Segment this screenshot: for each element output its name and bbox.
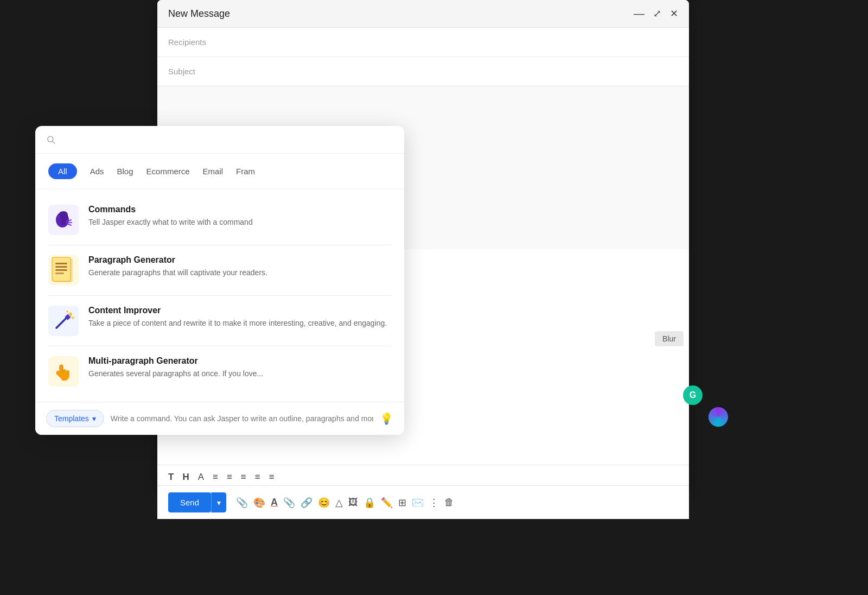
paragraph-generator-info: Paragraph Generator Generate paragraphs … <box>88 255 267 278</box>
send-button-group[interactable]: Send ▾ <box>168 492 226 512</box>
delete-icon[interactable]: 🗑 <box>444 497 454 508</box>
svg-rect-14 <box>55 273 64 274</box>
multi-paragraph-icon <box>48 356 79 387</box>
content-improver-desc: Take a piece of content and rewrite it t… <box>88 318 387 329</box>
multi-paragraph-desc: Generates several paragraphs at once. If… <box>88 368 263 379</box>
templates-categories: All Ads Blog Ecommerce Email Fram <box>35 154 404 189</box>
command-input[interactable] <box>111 414 373 423</box>
close-icon[interactable]: ✕ <box>670 8 678 20</box>
commands-icon <box>48 205 79 235</box>
blur-button[interactable]: Blur <box>655 331 684 346</box>
toolbar-list-icon[interactable]: ≡ <box>269 472 275 483</box>
content-improver-title: Content Improver <box>88 306 387 315</box>
jasper-circle-icon[interactable] <box>709 407 728 427</box>
expand-icon[interactable]: ⤢ <box>653 8 661 20</box>
category-blog[interactable]: Blog <box>117 167 133 176</box>
svg-rect-11 <box>55 263 67 264</box>
layout-icon[interactable]: ⊞ <box>398 497 406 509</box>
paragraph-generator-title: Paragraph Generator <box>88 255 267 265</box>
templates-popup: All Ads Blog Ecommerce Email Fram <box>35 126 404 435</box>
toolbar-align-center-icon[interactable]: ≡ <box>227 472 232 483</box>
category-ads[interactable]: Ads <box>90 167 104 176</box>
templates-button[interactable]: Templates ▾ <box>46 410 104 427</box>
content-improver-info: Content Improver Take a piece of content… <box>88 306 387 329</box>
multi-paragraph-info: Multi-paragraph Generator Generates seve… <box>88 356 263 379</box>
image-icon[interactable]: 🖼 <box>348 497 358 508</box>
toolbar-justify-icon[interactable]: ≡ <box>255 472 260 483</box>
subject-field[interactable]: Subject <box>157 57 689 86</box>
emoji-icon[interactable]: 😊 <box>318 497 330 509</box>
link-icon[interactable]: 🔗 <box>301 497 312 509</box>
toolbar-heading-icon[interactable]: H <box>182 472 189 483</box>
toolbar-align-right-icon[interactable]: ≡ <box>241 472 246 483</box>
attachment2-icon[interactable]: 📎 <box>283 497 295 509</box>
svg-line-8 <box>68 224 71 225</box>
pen-icon[interactable]: ✏️ <box>381 497 393 509</box>
grammarly-icon[interactable]: G <box>683 385 703 405</box>
jasper-command-bar: Templates ▾ 💡 <box>35 402 404 435</box>
font-color-icon[interactable]: A <box>271 497 278 508</box>
lightbulb-icon[interactable]: 💡 <box>380 412 393 425</box>
recipients-field[interactable]: Recipients <box>157 28 689 57</box>
send-dropdown-button[interactable]: ▾ <box>211 492 226 512</box>
commands-desc: Tell Jasper exactly what to write with a… <box>88 217 253 228</box>
toolbar-align-left-icon[interactable]: ≡ <box>213 472 218 483</box>
template-content-improver[interactable]: Content Improver Take a piece of content… <box>35 296 404 346</box>
templates-list: Commands Tell Jasper exactly what to wri… <box>35 189 404 402</box>
compose-title: New Message <box>168 8 230 20</box>
send-button[interactable]: Send <box>168 492 211 512</box>
category-ecommerce[interactable]: Ecommerce <box>146 167 190 176</box>
toolbar-font-color-icon[interactable]: A <box>198 472 204 483</box>
category-all[interactable]: All <box>48 163 77 179</box>
svg-rect-13 <box>55 269 67 271</box>
svg-point-19 <box>66 311 68 313</box>
templates-search-input[interactable] <box>62 135 393 144</box>
minimize-icon[interactable]: — <box>634 8 644 19</box>
more-options-icon[interactable]: ⋮ <box>429 497 439 509</box>
template-paragraph-generator[interactable]: Paragraph Generator Generate paragraphs … <box>35 245 404 295</box>
template-multi-paragraph[interactable]: Multi-paragraph Generator Generates seve… <box>35 346 404 396</box>
compose-header: New Message — ⤢ ✕ <box>157 0 689 28</box>
paragraph-generator-desc: Generate paragraphs that will captivate … <box>88 267 267 278</box>
search-icon <box>46 135 55 144</box>
triangle-icon[interactable]: △ <box>335 497 343 509</box>
multi-paragraph-title: Multi-paragraph Generator <box>88 356 263 366</box>
svg-line-15 <box>56 317 67 328</box>
compose-actions-bar: Send ▾ 📎 🎨 A 📎 🔗 😊 △ 🖼 🔒 ✏️ ⊞ ✉️ ⋮ 🗑 <box>157 485 689 519</box>
svg-rect-12 <box>55 266 67 268</box>
templates-search-bar <box>35 126 404 154</box>
color-wheel-icon[interactable]: 🎨 <box>253 497 265 509</box>
compose-header-actions: — ⤢ ✕ <box>634 8 678 20</box>
commands-title: Commands <box>88 205 253 214</box>
category-email[interactable]: Email <box>203 167 224 176</box>
email-icon[interactable]: ✉️ <box>412 497 424 509</box>
attach-icon[interactable]: 📎 <box>236 497 248 509</box>
lock-icon[interactable]: 🔒 <box>363 497 375 509</box>
toolbar-text-icon[interactable]: T <box>168 472 174 483</box>
category-fram[interactable]: Fram <box>236 167 255 176</box>
template-commands[interactable]: Commands Tell Jasper exactly what to wri… <box>35 195 404 245</box>
svg-line-1 <box>53 141 55 143</box>
content-improver-icon <box>48 306 79 336</box>
paragraph-icon <box>48 255 79 286</box>
commands-info: Commands Tell Jasper exactly what to wri… <box>88 205 253 228</box>
